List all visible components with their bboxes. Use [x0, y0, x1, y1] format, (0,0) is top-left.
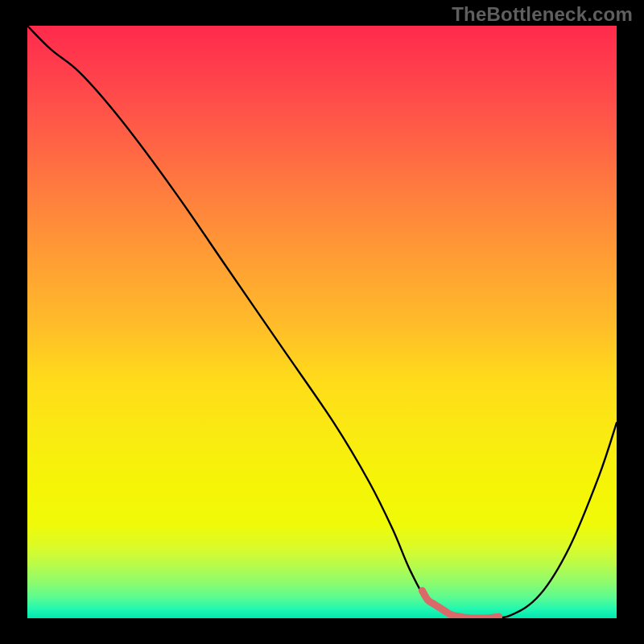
flat-region-highlight: [422, 591, 498, 618]
bottleneck-curve-line: [27, 26, 617, 618]
curve-overlay: [27, 26, 617, 618]
watermark-text: TheBottleneck.com: [452, 3, 633, 26]
plot-area: [27, 26, 617, 618]
chart-frame: TheBottleneck.com: [0, 0, 644, 644]
